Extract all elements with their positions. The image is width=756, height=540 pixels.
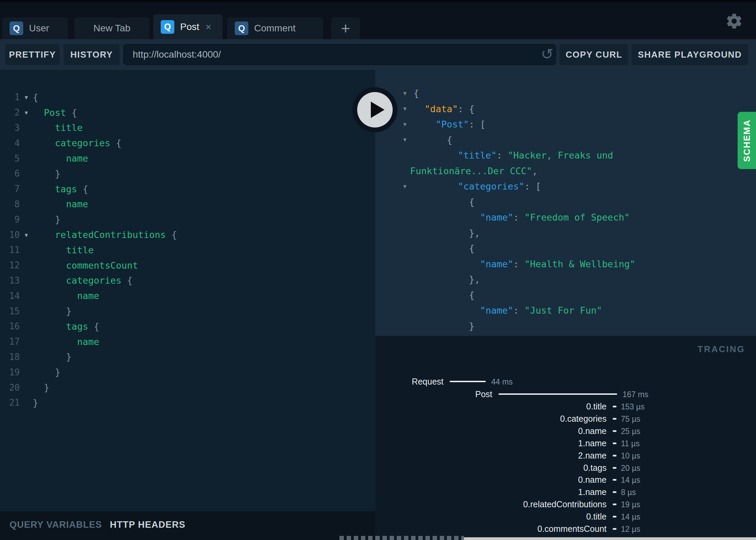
trace-row: 2.name10 µs bbox=[375, 450, 756, 461]
new-tab-button[interactable]: + bbox=[331, 17, 360, 39]
trace-value: 20 µs bbox=[621, 463, 640, 473]
query-editor-code[interactable]: 1▾{2▾ Post {3 title4 categories {5 name6… bbox=[0, 70, 375, 410]
collapse-arrow-icon[interactable]: ▾ bbox=[403, 89, 407, 97]
line-number: 7 bbox=[0, 184, 20, 194]
settings-gear-icon[interactable] bbox=[725, 12, 743, 30]
trace-dash bbox=[613, 491, 616, 493]
trace-dash bbox=[613, 479, 616, 481]
response-line: "title": "Hacker, Freaks und bbox=[375, 148, 756, 163]
trace-bar bbox=[450, 381, 486, 382]
editor-line: 13 categories { bbox=[0, 273, 375, 288]
trace-label: 0.title bbox=[586, 401, 607, 411]
trace-label: 0.name bbox=[578, 475, 607, 485]
trace-dash bbox=[613, 528, 616, 530]
query-variables-tab[interactable]: QUERY VARIABLES bbox=[10, 520, 102, 530]
editor-line: 12 commentsCount bbox=[0, 258, 375, 273]
query-editor-pane[interactable]: 1▾{2▾ Post {3 title4 categories {5 name6… bbox=[0, 70, 375, 511]
editor-line: 17 name bbox=[0, 334, 375, 349]
trace-dash bbox=[613, 516, 616, 518]
execute-query-button[interactable] bbox=[352, 87, 397, 132]
response-line: Funktionäre...Der CCC", bbox=[375, 163, 756, 179]
tab-label: User bbox=[29, 23, 49, 34]
tab-label: Comment bbox=[254, 23, 295, 34]
line-number: 12 bbox=[0, 260, 20, 270]
response-line: { bbox=[375, 194, 756, 210]
line-number: 9 bbox=[0, 214, 20, 225]
trace-row: Post167 ms bbox=[375, 389, 756, 399]
response-pane[interactable]: ▾{▾ "data": {▾ "Post": [▾ { "title": "Ha… bbox=[375, 70, 756, 336]
collapse-arrow-icon[interactable]: ▾ bbox=[403, 120, 407, 128]
query-type-badge: Q bbox=[161, 20, 174, 34]
tab-comment[interactable]: QComment bbox=[227, 17, 323, 39]
tracing-panel[interactable]: TRACING Request44 msPost167 ms0.title153… bbox=[375, 336, 756, 540]
collapse-arrow-icon[interactable]: ▾ bbox=[403, 136, 407, 143]
trace-row: 0.commentsCount12 µs bbox=[375, 524, 756, 534]
response-line: "name": "Freedom of Speech" bbox=[375, 210, 756, 225]
fold-arrow-icon[interactable]: ▾ bbox=[20, 93, 33, 101]
response-line: ▾ "data": { bbox=[375, 101, 756, 117]
tab-bar: QUserNew TabQPost×QComment+ bbox=[0, 2, 756, 39]
editor-line: 16 tags { bbox=[0, 319, 375, 334]
collapse-arrow-icon[interactable]: ▾ bbox=[403, 182, 407, 190]
trace-value: 14 µs bbox=[621, 475, 640, 485]
trace-row: Request44 ms bbox=[375, 376, 756, 387]
editor-line: 3 title bbox=[0, 120, 375, 136]
prettify-button[interactable]: PRETTIFY bbox=[5, 44, 60, 65]
trace-row: 0.title153 µs bbox=[375, 401, 756, 411]
schema-side-tab-label: SCHEMA bbox=[742, 119, 752, 162]
line-number: 1 bbox=[0, 92, 20, 102]
line-number: 5 bbox=[0, 153, 20, 164]
trace-label: 0.title bbox=[586, 511, 607, 522]
tab-post[interactable]: QPost× bbox=[153, 14, 222, 39]
endpoint-url-input[interactable] bbox=[123, 44, 556, 65]
line-number: 19 bbox=[0, 367, 20, 377]
response-line: "name": "Just For Fun" bbox=[375, 303, 756, 318]
schema-side-tab[interactable]: SCHEMA bbox=[738, 112, 756, 169]
editor-line: 8 name bbox=[0, 197, 375, 212]
tab-label: New Tab bbox=[93, 23, 130, 34]
trace-row: 0.tags20 µs bbox=[375, 463, 756, 473]
editor-footer-bar: QUERY VARIABLES HTTP HEADERS bbox=[0, 511, 375, 540]
trace-label: Post bbox=[475, 389, 492, 399]
line-number: 10 bbox=[0, 230, 20, 240]
http-headers-tab[interactable]: HTTP HEADERS bbox=[110, 520, 186, 530]
fold-arrow-icon[interactable]: ▾ bbox=[20, 231, 33, 239]
line-number: 3 bbox=[0, 123, 20, 133]
editor-line: 4 categories { bbox=[0, 135, 375, 151]
response-line: ▾{ bbox=[375, 86, 756, 101]
trace-dash bbox=[613, 430, 616, 432]
trace-value: 11 µs bbox=[621, 439, 640, 448]
trace-label: 0.name bbox=[578, 426, 607, 436]
history-button[interactable]: HISTORY bbox=[63, 44, 120, 65]
trace-row: 1.name11 µs bbox=[375, 438, 756, 448]
trace-value: 153 µs bbox=[621, 402, 645, 411]
tab-label: Post bbox=[180, 21, 199, 32]
trace-dash bbox=[613, 455, 616, 456]
share-playground-button[interactable]: SHARE PLAYGROUND bbox=[631, 44, 748, 65]
trace-bar bbox=[498, 393, 617, 395]
collapse-arrow-icon[interactable]: ▾ bbox=[403, 105, 407, 112]
horizontal-scrollbar-thumb[interactable] bbox=[464, 537, 756, 540]
trace-value: 167 ms bbox=[623, 390, 648, 399]
fold-arrow-icon[interactable]: ▾ bbox=[20, 109, 33, 116]
line-number: 2 bbox=[0, 107, 20, 118]
line-number: 11 bbox=[0, 245, 20, 255]
response-line: { bbox=[375, 287, 756, 303]
trace-label: 1.name bbox=[578, 438, 607, 448]
trace-label: 0.relatedContributions bbox=[523, 499, 607, 509]
trace-value: 75 µs bbox=[621, 414, 640, 424]
tab-user[interactable]: QUser bbox=[2, 17, 68, 39]
editor-line: 2▾ Post { bbox=[0, 105, 375, 120]
trace-row: 0.name14 µs bbox=[375, 475, 756, 485]
play-icon bbox=[371, 102, 384, 118]
editor-line: 18 } bbox=[0, 349, 375, 365]
trace-value: 44 ms bbox=[491, 377, 513, 387]
response-line: } bbox=[375, 318, 756, 334]
tab-new-tab[interactable]: New Tab bbox=[74, 17, 149, 39]
editor-line: 15 } bbox=[0, 303, 375, 319]
close-tab-icon[interactable]: × bbox=[205, 22, 212, 32]
copy-curl-button[interactable]: COPY CURL bbox=[559, 44, 628, 65]
reload-endpoint-icon[interactable]: ↺ bbox=[538, 45, 556, 64]
line-number: 21 bbox=[0, 397, 20, 408]
line-number: 18 bbox=[0, 352, 20, 362]
